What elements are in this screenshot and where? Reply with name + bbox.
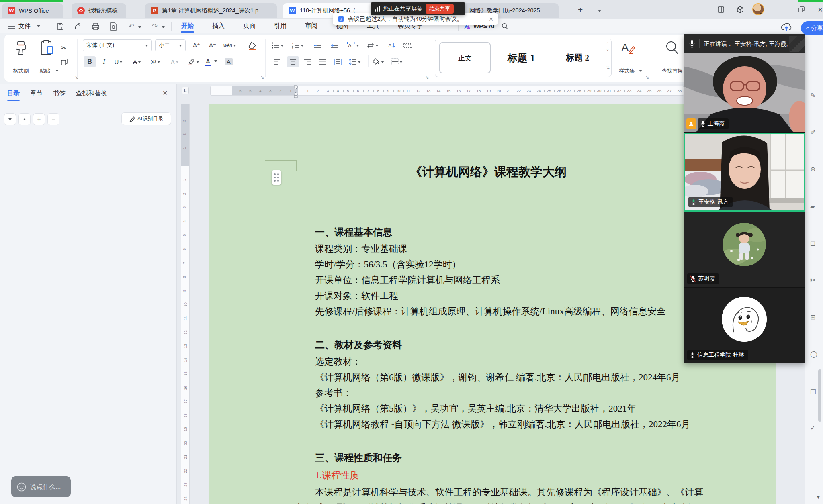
sidebar-tab-书签[interactable]: 书签 [53, 89, 66, 101]
font-color-button[interactable]: A [206, 55, 217, 67]
bullet-list-icon[interactable] [272, 40, 284, 51]
cut-icon[interactable]: ✂ [61, 44, 66, 52]
tab-stop-selector[interactable]: L [182, 87, 189, 94]
save-icon[interactable] [56, 22, 64, 31]
borders-icon[interactable] [391, 56, 403, 67]
tab-ppt-chapter1[interactable]: P 第1章 计算机网络概述_2024_课次1.p [145, 3, 277, 18]
increase-font-icon[interactable]: A⁺ [191, 40, 202, 51]
doc-paragraph[interactable]: 学时/学分：56/3.5（含实验12学时） [297, 257, 706, 272]
superscript-button[interactable]: X² [150, 56, 161, 67]
video-tile-wangange[interactable]: 王安格-讯方 [684, 133, 805, 212]
link-icon[interactable]: ⊕ [810, 165, 815, 173]
dialog-launcher-icon[interactable]: ↘ [260, 75, 264, 80]
find-replace-icon[interactable] [665, 40, 679, 55]
doc-paragraph[interactable]: 本课程是计算机科学与技术、软件工程的专业基础课。其先修课程为《程序设计基础》、《… [297, 484, 706, 500]
redo-icon[interactable]: ↷ [152, 22, 158, 31]
menu-tab-插入[interactable]: 插入 [203, 19, 234, 33]
align-center-icon[interactable] [287, 56, 299, 67]
sidebar-toggle-icon[interactable] [716, 5, 726, 14]
file-menu[interactable]: 文件 [18, 22, 31, 30]
app-center-icon[interactable] [735, 5, 745, 14]
doc-paragraph[interactable]: 参考书： [297, 385, 706, 401]
minimize-button[interactable]: — [776, 5, 785, 14]
tab-list-chevron-icon[interactable] [598, 10, 601, 12]
style-set-chevron-icon[interactable] [639, 70, 642, 72]
dialog-launcher-icon[interactable]: ↘ [645, 75, 649, 80]
document-body[interactable]: 一、课程基本信息课程类别：专业基础课学时/学分：56/3.5（含实验12学时）开… [297, 223, 706, 504]
doc-paragraph[interactable]: 《计算机网络（第5版）》，吴功宜，吴英主编.北京：清华大学出版社，2021年 [297, 401, 706, 416]
sidebar-close-icon[interactable]: ✕ [162, 89, 168, 97]
doc-paragraph[interactable]: 开课对象：软件工程 [297, 288, 706, 304]
user-avatar[interactable] [752, 3, 764, 15]
line-spacing-icon[interactable] [349, 56, 361, 67]
undo-chevron-icon[interactable] [138, 26, 141, 28]
font-name-select[interactable]: 宋体 (正文) [83, 39, 152, 51]
italic-button[interactable]: I [99, 56, 109, 67]
tab-wps-office[interactable]: W WPS Office [2, 3, 63, 18]
doc-paragraph[interactable]: 选定教材： [297, 354, 706, 369]
char-shading-button[interactable]: A [223, 56, 234, 67]
indent-markers[interactable] [293, 85, 299, 98]
sign-icon[interactable]: ✐ [810, 129, 815, 136]
check-icon[interactable]: ✓ [810, 424, 815, 432]
meeting-chat-input[interactable]: 说点什么... [11, 476, 71, 497]
text-effects-button[interactable]: A [170, 56, 180, 67]
video-tile-dulin[interactable]: 信息工程学院-杜琳 [684, 288, 805, 363]
scroll-down-icon[interactable]: ▼ [816, 494, 821, 500]
pen-icon[interactable]: ✎ [810, 92, 815, 99]
expand-all-button[interactable] [4, 113, 16, 125]
format-painter-icon[interactable] [13, 39, 29, 57]
decrease-font-icon[interactable]: A⁻ [207, 40, 218, 51]
doc-paragraph[interactable]: 开课单位：信息工程学院计算机与网络工程系 [297, 272, 706, 288]
style-heading2[interactable]: 标题 2 [552, 42, 603, 73]
bold-button[interactable]: B [84, 56, 96, 67]
paste-icon[interactable] [39, 39, 55, 57]
menu-tab-页面[interactable]: 页面 [234, 19, 265, 33]
pinyin-guide-icon[interactable]: wén [223, 40, 236, 51]
doc-paragraph[interactable]: 机组成原理》、《计算机操作系统》等课程，后续教学包括《Linux高级编程》、《网… [297, 500, 706, 504]
scissors-icon[interactable]: ✂ [810, 276, 815, 284]
style-set-icon[interactable]: A [620, 40, 635, 56]
sidebar-tab-目录[interactable]: 目录 [7, 89, 20, 101]
restore-button[interactable] [796, 5, 806, 14]
tab-docer-templates[interactable]: ✿ 找稻壳模板 [72, 3, 126, 18]
doc-blank-line[interactable] [297, 432, 706, 449]
align-left-icon[interactable] [272, 56, 282, 67]
vertical-scrollbar[interactable] [818, 369, 821, 422]
video-tile-wanghaixia[interactable]: 王海霞 [684, 53, 805, 132]
shape-icon[interactable]: ▤ [810, 387, 816, 395]
cloud-upload-icon[interactable] [781, 22, 793, 34]
sidebar-tab-查找和替换[interactable]: 查找和替换 [76, 89, 107, 101]
search-command-icon[interactable] [502, 23, 508, 30]
format-painter-label[interactable]: 格式刷 [9, 67, 33, 75]
close-button[interactable]: ✕ [817, 5, 823, 14]
decrease-indent-icon[interactable] [313, 40, 323, 51]
comment-icon[interactable]: ◻ [810, 239, 815, 247]
shading-bucket-icon[interactable] [372, 56, 384, 67]
grid-icon[interactable]: ⊞ [810, 313, 815, 321]
notification-close-icon[interactable]: ✕ [489, 16, 493, 22]
zoom-in-outline-button[interactable]: + [33, 113, 45, 125]
copy-icon[interactable] [61, 59, 68, 65]
dialog-launcher-icon[interactable]: ↘ [425, 75, 429, 80]
ai-recognize-toc-button[interactable]: AI识别目录 [121, 112, 171, 125]
align-right-icon[interactable] [302, 56, 313, 67]
dialog-launcher-icon[interactable]: ↘ [75, 75, 78, 80]
doc-paragraph[interactable]: 先修课程/后修课程：计算机组成原理、计算机操作系统/Linux高级编程、网络信息… [297, 304, 706, 319]
search-icon[interactable]: ◯ [810, 350, 817, 358]
new-tab-button[interactable]: + [578, 5, 583, 14]
highlight-pen-button[interactable] [187, 56, 199, 67]
strikethrough-button[interactable]: A [132, 56, 142, 67]
doc-blank-line[interactable] [297, 319, 706, 336]
gallery-scroll-up-icon[interactable]: ⌃⌄ [605, 41, 610, 52]
style-normal[interactable]: 正文 [439, 42, 491, 73]
paste-chevron-icon[interactable] [55, 70, 59, 72]
menu-tab-引用[interactable]: 引用 [265, 19, 296, 33]
clear-format-icon[interactable] [248, 41, 257, 50]
doc-paragraph[interactable]: 课程类别：专业基础课 [297, 241, 706, 257]
collapse-all-button[interactable] [18, 113, 31, 125]
print-preview-icon[interactable] [109, 22, 117, 31]
char-scale-icon[interactable]: A [346, 40, 359, 51]
hamburger-menu-icon[interactable] [8, 23, 15, 29]
doc-subheading-red[interactable]: 1.课程性质 [297, 467, 706, 484]
